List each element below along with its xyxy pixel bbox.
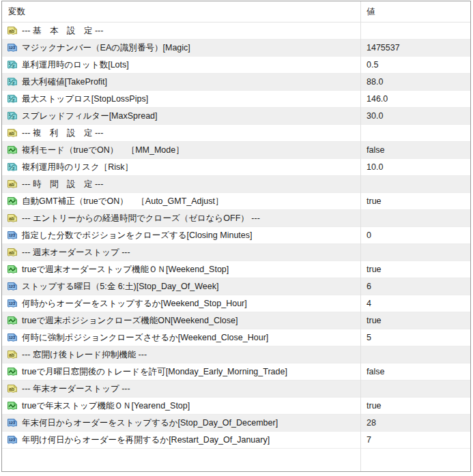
param-value[interactable]: 5: [360, 329, 470, 346]
param-label: 年明け何日からオーダーを再開するか[Restart_Day_Of_January…: [22, 436, 270, 445]
table-row[interactable]: ab --- 複 利 設 定 ---: [2, 125, 470, 142]
svg-text:123: 123: [9, 233, 15, 237]
param-label: 最大ストップロス[StopLossPips]: [22, 95, 148, 104]
table-row[interactable]: ab --- 時 間 設 定 ---: [2, 176, 470, 193]
table-row[interactable]: 12 最大利確値[TakeProfit] 88.0: [2, 74, 470, 91]
svg-text:ab: ab: [9, 182, 14, 187]
param-value[interactable]: 1475537: [360, 40, 470, 56]
string-type-icon: ab: [7, 179, 18, 189]
table-row[interactable]: 123 年末何日からオーダーをストップするか[Stop_Day_Of_Decem…: [2, 415, 470, 432]
double-type-icon: 12: [7, 94, 18, 104]
string-type-icon: ab: [7, 213, 18, 223]
table-row[interactable]: trueで年末ストップ機能ＯＮ[Yearend_Stop] true: [2, 398, 470, 415]
param-value[interactable]: 28: [360, 415, 470, 431]
param-label: 何時に強制ポジションクローズさせるか[Weekend_Close_Hour]: [22, 333, 268, 342]
table-row[interactable]: 123 ストップする曜日（5:金 6:土)[Stop_Day_Of_Week] …: [2, 278, 470, 295]
param-value[interactable]: 30.0: [360, 108, 470, 124]
param-value[interactable]: false: [360, 363, 470, 380]
svg-text:123: 123: [9, 46, 15, 50]
param-value[interactable]: [360, 125, 470, 141]
table-row[interactable]: ab --- エントリーからの経過時間でクローズ（ゼロならOFF） ---: [2, 210, 470, 227]
param-value[interactable]: 0: [360, 227, 470, 243]
param-label: 年末何日からオーダーをストップするか[Stop_Day_Of_December]: [22, 419, 278, 428]
param-value[interactable]: true: [360, 261, 470, 278]
table-row[interactable]: ab --- 窓開け後トレード抑制機能 ---: [2, 346, 470, 363]
param-label: --- エントリーからの経過時間でクローズ（ゼロならOFF） ---: [22, 214, 260, 223]
param-value[interactable]: 146.0: [360, 91, 470, 107]
svg-text:123: 123: [9, 301, 15, 306]
param-value[interactable]: true: [360, 312, 470, 329]
integer-type-icon: 123: [7, 230, 18, 240]
column-resize-divider[interactable]: [360, 1, 361, 471]
boolean-type-icon: [7, 265, 18, 274]
param-label: trueで週末ポジションクローズ機能ON[Weekend_Close]: [22, 316, 238, 325]
column-header-value: 値: [367, 8, 375, 16]
param-value[interactable]: [360, 210, 470, 226]
param-label: --- 窓開け後トレード抑制機能 ---: [22, 351, 147, 359]
param-value[interactable]: 4: [360, 295, 470, 312]
table-row[interactable]: trueで週末ポジションクローズ機能ON[Weekend_Close] true: [2, 312, 470, 329]
table-row[interactable]: 123 何時に強制ポジションクローズさせるか[Weekend_Close_Hou…: [2, 329, 470, 346]
table-row[interactable]: ab --- 週末オーダーストップ ---: [2, 244, 470, 261]
svg-text:ab: ab: [9, 216, 14, 221]
svg-text:123: 123: [9, 284, 15, 288]
param-label: 複利運用時のリスク［Risk］: [22, 163, 133, 172]
boolean-type-icon: [7, 145, 18, 155]
table-row[interactable]: trueで週末オーダーストップ機能ＯＮ[Weekend_Stop] true: [2, 261, 470, 278]
param-label: trueで週末オーダーストップ機能ＯＮ[Weekend_Stop]: [22, 265, 229, 274]
table-row[interactable]: 12 複利運用時のリスク［Risk］ 10.0: [2, 159, 470, 176]
table-row[interactable]: 複利モード（trueでON） ［MM_Mode］ false: [2, 142, 470, 159]
svg-text:ab: ab: [9, 353, 14, 357]
string-type-icon: ab: [7, 384, 18, 393]
param-label: スプレッドフィルター[MaxSpread]: [22, 112, 158, 121]
param-value[interactable]: 7: [360, 432, 470, 448]
param-label: --- 時 間 設 定 ---: [22, 180, 103, 189]
svg-text:123: 123: [9, 438, 15, 442]
param-label: ストップする曜日（5:金 6:土)[Stop_Day_Of_Week]: [22, 282, 218, 291]
param-value[interactable]: 6: [360, 278, 470, 295]
param-label: --- 基 本 設 定 ---: [22, 27, 103, 35]
param-value[interactable]: true: [360, 398, 470, 414]
svg-text:123: 123: [9, 336, 15, 340]
param-value[interactable]: [360, 381, 470, 397]
param-value[interactable]: 10.0: [360, 159, 470, 175]
table-row[interactable]: 自動GMT補正（trueでON） ［Auto_GMT_Adjust］ true: [2, 193, 470, 210]
table-row[interactable]: ab --- 基 本 設 定 ---: [2, 23, 470, 40]
string-type-icon: ab: [7, 26, 18, 35]
table-row[interactable]: 123 マジックナンバー（EAの識別番号）[Magic] 1475537: [2, 40, 470, 57]
table-row[interactable]: 12 単利運用時のロット数[Lots] 0.5: [2, 57, 470, 74]
param-label: 最大利確値[TakeProfit]: [22, 78, 107, 87]
table-row[interactable]: trueで月曜日窓開後のトレードを許可[Monday_Early_Morning…: [2, 363, 470, 381]
empty-area: [2, 449, 470, 471]
boolean-type-icon: [7, 316, 18, 325]
param-label: 複利モード（trueでON） ［MM_Mode］: [22, 146, 184, 155]
integer-type-icon: 123: [7, 435, 18, 445]
param-value[interactable]: true: [360, 193, 470, 209]
table-row[interactable]: 12 スプレッドフィルター[MaxSpread] 30.0: [2, 108, 470, 125]
param-value[interactable]: 0.5: [360, 57, 470, 73]
table-row[interactable]: 123 指定した分数でポジションをクローズする[Closing Minutes]…: [2, 227, 470, 244]
integer-type-icon: 123: [7, 43, 18, 53]
param-label: 指定した分数でポジションをクローズする[Closing Minutes]: [22, 231, 252, 240]
table-row[interactable]: 123 年明け何日からオーダーを再開するか[Restart_Day_Of_Jan…: [2, 432, 470, 449]
table-header-row: 変数 値: [2, 1, 470, 23]
param-value[interactable]: [360, 244, 470, 261]
param-label: 何時からオーダーをストップするか[Weekend_Stop_Hour]: [22, 299, 247, 308]
param-value[interactable]: [360, 176, 470, 192]
param-value[interactable]: [360, 346, 470, 363]
table-row[interactable]: 123 何時からオーダーをストップするか[Weekend_Stop_Hour] …: [2, 295, 470, 312]
param-label: --- 週末オーダーストップ ---: [22, 248, 130, 257]
param-value[interactable]: false: [360, 142, 470, 158]
param-value[interactable]: 88.0: [360, 74, 470, 90]
boolean-type-icon: [7, 401, 18, 411]
table-row[interactable]: 12 最大ストップロス[StopLossPips] 146.0: [2, 91, 470, 108]
param-value[interactable]: [360, 23, 470, 39]
double-type-icon: 12: [7, 77, 18, 87]
param-label: 自動GMT補正（trueでON） ［Auto_GMT_Adjust］: [22, 197, 223, 206]
ea-input-parameters-panel: 変数 値 ab --- 基 本 設 定 --- 123 マジックナンバー（EAの…: [1, 1, 471, 472]
svg-text:ab: ab: [9, 250, 14, 255]
table-row[interactable]: ab --- 年末オーダーストップ ---: [2, 381, 470, 398]
param-label: 単利運用時のロット数[Lots]: [22, 61, 129, 70]
param-label: trueで年末ストップ機能ＯＮ[Yearend_Stop]: [22, 402, 190, 411]
double-type-icon: 12: [7, 111, 18, 121]
